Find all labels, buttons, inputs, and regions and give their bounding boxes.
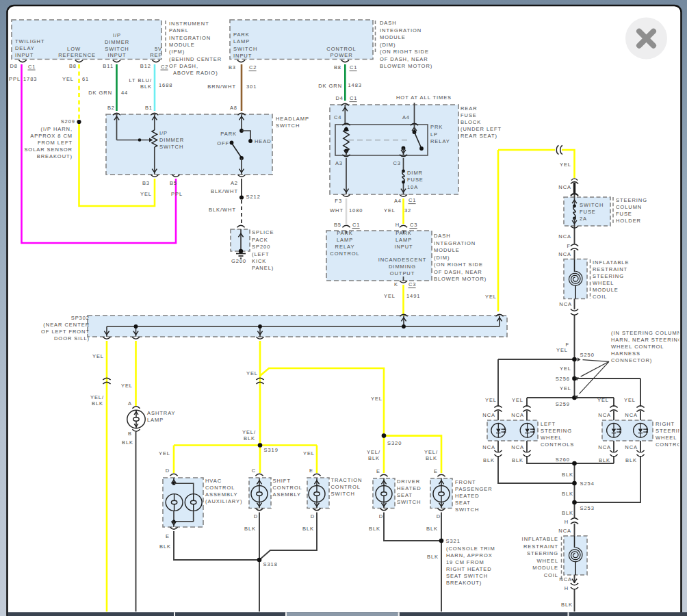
svg-text:BLK: BLK: [302, 526, 314, 532]
svg-text:PPL: PPL: [171, 191, 183, 197]
svg-text:REAR SEAT): REAR SEAT): [461, 133, 497, 139]
svg-text:B2: B2: [107, 105, 115, 111]
svg-text:HEAD: HEAD: [255, 138, 272, 144]
svg-text:APPROX 8 CM: APPROX 8 CM: [30, 133, 73, 139]
svg-text:YEL/: YEL/: [367, 449, 380, 455]
svg-text:POWER: POWER: [330, 52, 352, 58]
svg-text:C1: C1: [350, 64, 358, 70]
svg-text:C: C: [252, 467, 256, 474]
svg-text:1688: 1688: [159, 82, 173, 88]
svg-text:(UNDER LEFT: (UNDER LEFT: [461, 126, 502, 132]
svg-text:D: D: [311, 513, 315, 519]
svg-text:H: H: [565, 585, 569, 591]
svg-text:SWITCH: SWITCH: [331, 491, 355, 497]
svg-text:BRN/WHT: BRN/WHT: [207, 84, 236, 90]
svg-text:WHEEL: WHEEL: [537, 558, 558, 564]
svg-text:G200: G200: [231, 258, 246, 264]
svg-text:C4: C4: [334, 114, 342, 120]
svg-text:INPUT: INPUT: [15, 52, 34, 58]
svg-text:ASEMBLY: ASEMBLY: [273, 491, 302, 498]
svg-text:C2: C2: [161, 64, 169, 70]
svg-text:MODULE: MODULE: [532, 565, 558, 571]
svg-text:SWITCH: SWITCH: [276, 123, 300, 129]
svg-text:DRIVER: DRIVER: [397, 478, 420, 485]
svg-text:S212: S212: [246, 194, 261, 200]
svg-text:DASH: DASH: [434, 233, 451, 239]
svg-text:BREAKOUT): BREAKOUT): [37, 153, 73, 159]
svg-text:D: D: [379, 513, 383, 519]
svg-text:YEL: YEL: [624, 397, 636, 403]
svg-text:NCA: NCA: [482, 444, 495, 450]
svg-text:NCA: NCA: [482, 412, 495, 418]
svg-text:LAMP: LAMP: [147, 417, 164, 423]
svg-text:FROM LEFT: FROM LEFT: [38, 140, 73, 146]
svg-text:S321: S321: [446, 538, 461, 544]
svg-text:D: D: [254, 513, 258, 519]
svg-text:COIL: COIL: [544, 572, 558, 578]
svg-text:MODULE: MODULE: [169, 42, 195, 48]
svg-text:301: 301: [246, 84, 257, 90]
svg-text:C1: C1: [352, 222, 361, 228]
svg-text:E: E: [166, 533, 170, 539]
svg-text:ABOVE RADIO): ABOVE RADIO): [173, 70, 218, 76]
svg-text:SP302: SP302: [71, 315, 90, 321]
svg-text:FUSE: FUSE: [580, 209, 596, 215]
svg-text:STEERING: STEERING: [616, 197, 647, 203]
svg-text:YEL: YEL: [560, 385, 571, 392]
svg-text:YEL: YEL: [371, 396, 383, 402]
svg-text:B11: B11: [103, 63, 114, 69]
svg-text:B5: B5: [170, 180, 177, 186]
svg-text:D: D: [166, 467, 170, 474]
svg-text:NCA: NCA: [558, 184, 571, 190]
svg-text:BLK: BLK: [368, 455, 380, 461]
svg-text:RIGHT: RIGHT: [656, 421, 675, 427]
svg-text:BLK: BLK: [159, 543, 171, 550]
svg-text:BLK: BLK: [599, 457, 610, 463]
svg-text:BLK: BLK: [92, 400, 103, 407]
svg-text:INTEGRATION: INTEGRATION: [169, 35, 211, 41]
svg-text:YEL: YEL: [560, 365, 571, 372]
svg-text:REFERENCE: REFERENCE: [58, 52, 96, 58]
svg-text:OUTPUT: OUTPUT: [390, 270, 415, 277]
svg-text:SWITCH: SWITCH: [159, 144, 183, 150]
svg-text:S260: S260: [556, 457, 570, 463]
svg-text:F3: F3: [335, 198, 342, 204]
svg-text:S256: S256: [556, 376, 570, 382]
svg-text:BLK: BLK: [483, 457, 495, 463]
svg-text:YEL: YEL: [485, 294, 497, 300]
svg-text:RIGHT HEATED: RIGHT HEATED: [446, 566, 492, 572]
svg-text:YEL: YEL: [121, 383, 133, 389]
svg-text:SHIFT: SHIFT: [273, 478, 291, 484]
svg-text:HEADLAMP: HEADLAMP: [276, 116, 309, 122]
svg-text:INPUT: INPUT: [394, 244, 413, 250]
svg-text:HOLDER: HOLDER: [616, 218, 641, 224]
svg-text:(LEFT: (LEFT: [252, 251, 270, 257]
svg-text:INFLATABLE: INFLATABLE: [522, 536, 558, 542]
svg-text:BLK: BLK: [244, 435, 255, 441]
svg-text:A4: A4: [394, 198, 402, 204]
svg-text:LEFT: LEFT: [541, 421, 556, 427]
svg-text:HARN, APPROX: HARN, APPROX: [446, 552, 493, 559]
svg-text:HARN, NEAR STEERING: HARN, NEAR STEERING: [611, 337, 683, 343]
svg-text:FUSE: FUSE: [461, 112, 477, 118]
svg-text:NCA: NCA: [598, 412, 611, 418]
svg-text:ASHTRAY: ASHTRAY: [147, 410, 176, 416]
svg-text:HEATED: HEATED: [397, 485, 422, 491]
svg-text:NCA: NCA: [598, 444, 611, 450]
svg-text:INCANDESCENT: INCANDESCENT: [378, 257, 427, 263]
svg-text:B8: B8: [334, 64, 341, 70]
svg-text:OF DASH, NEAR: OF DASH, NEAR: [380, 56, 428, 62]
svg-text:(ON RIGHT SIDE: (ON RIGHT SIDE: [434, 261, 483, 268]
svg-text:SP200: SP200: [252, 244, 270, 250]
svg-text:MODULE: MODULE: [380, 34, 406, 40]
svg-text:FUSE: FUSE: [407, 177, 424, 183]
svg-text:NCA: NCA: [511, 412, 524, 418]
svg-text:NCA: NCA: [625, 412, 638, 418]
svg-text:LAMP: LAMP: [233, 38, 250, 44]
svg-text:COIL: COIL: [593, 294, 607, 300]
svg-text:OF LEFT FRONT: OF LEFT FRONT: [41, 329, 90, 335]
svg-text:HEATED: HEATED: [455, 493, 480, 499]
svg-text:DK GRN: DK GRN: [318, 83, 342, 89]
svg-text:BLK: BLK: [561, 602, 573, 608]
svg-text:WHEEL CONTROL: WHEEL CONTROL: [611, 344, 664, 350]
